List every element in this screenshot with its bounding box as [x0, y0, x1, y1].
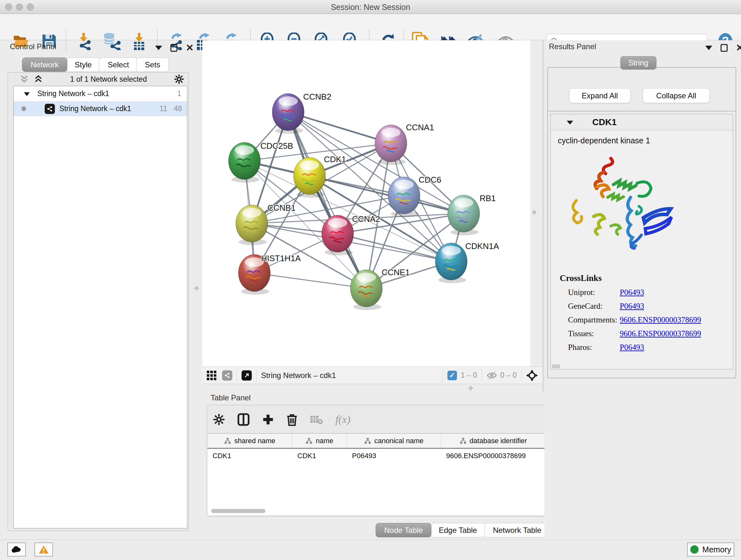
network-canvas[interactable]: CCNB2CCNA1CDC25BCDK1CDC6RB1CCNB1CCNA2CDK… [202, 40, 530, 367]
tab-network[interactable]: Network [22, 57, 67, 72]
detach-view-icon[interactable] [242, 370, 252, 381]
crosslink-pharos-link[interactable]: P06493 [620, 343, 644, 352]
crosslink-label: Uniprot: [560, 288, 620, 297]
network-view-share-icon[interactable] [222, 370, 232, 381]
string-results-box: Expand All Collapse All CDK1 cyclin-depe… [547, 67, 736, 378]
table-cell[interactable]: CDK1 [292, 449, 347, 463]
table-cell[interactable]: CDK1 [207, 449, 292, 463]
column-type-icon [364, 437, 371, 444]
crosslinks-section: CrossLinks Uniprot:P06493 GeneCard:P0649… [560, 273, 701, 352]
node-CCNA2[interactable]: CCNA2 [322, 214, 380, 255]
network-graph[interactable]: CCNB2CCNA1CDC25BCDK1CDC6RB1CCNB1CCNA2CDK… [202, 40, 530, 367]
edge-HIST1H1A-CCNE1[interactable] [254, 273, 366, 288]
title-bar: Session: New Session [0, 0, 741, 14]
table-gear-icon[interactable] [213, 414, 225, 426]
node-label-CCNE1: CCNE1 [382, 267, 410, 277]
protein-structure-image [563, 152, 684, 267]
crosslink-genecard-link[interactable]: P06493 [620, 302, 644, 310]
float-panel-icon[interactable] [171, 44, 178, 52]
column-header-shared-name[interactable]: shared name [207, 434, 292, 448]
network-selection-status: 1 of 1 Network selected [43, 75, 174, 84]
right-splitter-handle[interactable] [531, 209, 537, 215]
node-CDKN1A[interactable]: CDKN1A [435, 241, 499, 283]
tab-select[interactable]: Select [99, 57, 138, 72]
table-panel-title: Table Panel [211, 393, 251, 402]
grid-view-icon[interactable] [206, 370, 217, 381]
gene-symbol: CDK1 [592, 117, 616, 127]
column-header-database-identifier[interactable]: database identifier [441, 434, 546, 448]
table-cell[interactable]: 9606.ENSP00000378699 [441, 449, 546, 463]
node-label-CDKN1A: CDKN1A [465, 241, 499, 251]
import-network-icon[interactable] [77, 32, 94, 51]
bottom-splitter-handle[interactable] [468, 385, 474, 391]
expand-all-button[interactable]: Expand All [569, 88, 630, 103]
results-close-panel-icon[interactable]: ✕ [736, 44, 741, 52]
memory-label: Memory [702, 545, 731, 554]
chevron-double-down-icon[interactable] [19, 75, 29, 84]
node-label-CDC25B: CDC25B [260, 141, 293, 151]
close-panel-icon[interactable]: ✕ [186, 44, 194, 52]
column-type-icon [224, 437, 231, 444]
column-header-canonical-name[interactable]: canonical name [347, 434, 441, 448]
network-list: String Network – cdk1 1 String Network –… [13, 86, 187, 528]
birdseye-crosshair-icon[interactable] [526, 369, 538, 381]
hidden-eye-slash-icon[interactable] [486, 371, 497, 380]
results-panel-title: Results Panel [549, 42, 596, 51]
node-label-CCNA2: CCNA2 [352, 214, 380, 224]
network-collection-row[interactable]: String Network – cdk1 1 [14, 86, 187, 101]
crosslink-uniprot-link[interactable]: P06493 [620, 288, 644, 297]
collapse-panel-icon[interactable] [155, 46, 162, 50]
left-splitter-handle[interactable] [193, 285, 200, 292]
tab-sets[interactable]: Sets [136, 57, 169, 72]
control-panel-title: Control Panel [10, 42, 56, 51]
tab-style[interactable]: Style [66, 57, 100, 72]
cloud-status-button[interactable] [7, 543, 26, 557]
add-column-icon[interactable] [262, 414, 274, 426]
gene-collapse-icon[interactable] [566, 119, 574, 125]
import-database-icon[interactable] [103, 32, 121, 51]
node-CCNB2[interactable]: CCNB2 [272, 92, 331, 134]
tab-network-table[interactable]: Network Table [484, 523, 550, 537]
crosslinks-title: CrossLinks [560, 273, 701, 283]
column-header-name[interactable]: name [292, 434, 347, 448]
column-type-icon [460, 437, 467, 444]
node-CCNB1[interactable]: CCNB1 [236, 203, 295, 245]
node-CCNE1[interactable]: CCNE1 [350, 267, 410, 310]
results-float-panel-icon[interactable] [721, 44, 728, 52]
table-tabs: Node Table Edge Table Network Table [377, 523, 550, 537]
node-label-CCNB1: CCNB1 [267, 203, 295, 212]
gene-section-hscrollbar[interactable] [552, 365, 560, 368]
tab-node-table[interactable]: Node Table [376, 523, 431, 537]
show-columns-icon[interactable] [237, 413, 250, 426]
delete-column-icon[interactable] [286, 413, 298, 426]
node-CDC25B[interactable]: CDC25B [228, 141, 293, 183]
collection-name: String Network – cdk1 [37, 89, 109, 98]
crosslink-compartments-link[interactable]: 9606.ENSP00000378699 [620, 315, 701, 324]
selected-nodes-checkbox[interactable]: ✓ [448, 371, 457, 380]
crosslink-tissues-link[interactable]: 9606.ENSP00000378699 [620, 329, 701, 338]
network-name: String Network – cdk1 [59, 105, 131, 113]
chevron-double-up-icon[interactable] [33, 75, 43, 84]
node-CCNA1[interactable]: CCNA1 [375, 123, 434, 165]
warnings-button[interactable] [35, 543, 53, 557]
crosslink-label: Pharos: [560, 343, 620, 352]
table-cell[interactable]: P06493 [347, 449, 441, 463]
network-options-gear-icon[interactable] [174, 74, 184, 84]
tab-string[interactable]: String [620, 56, 657, 70]
tab-edge-table[interactable]: Edge Table [430, 523, 486, 537]
node-label-CCNA1: CCNA1 [406, 123, 434, 132]
collection-expand-icon[interactable] [23, 91, 30, 97]
node-label-CDK1: CDK1 [324, 154, 346, 164]
import-table-icon[interactable] [130, 32, 148, 51]
main-toolbar: ? [0, 14, 741, 40]
memory-button[interactable]: Memory [687, 543, 734, 557]
network-node-count: 11 [159, 105, 167, 113]
node-RB1[interactable]: RB1 [448, 193, 496, 235]
results-panel-border [542, 40, 544, 392]
node-HIST1H1A[interactable]: HIST1H1A [239, 253, 301, 295]
network-row[interactable]: String Network – cdk1 11 48 [14, 101, 187, 116]
collapse-all-button[interactable]: Collapse All [643, 88, 710, 103]
network-panel-box: 1 of 1 Network selected String Network –… [8, 72, 189, 531]
column-type-icon [306, 437, 313, 444]
results-collapse-panel-icon[interactable] [705, 46, 712, 50]
